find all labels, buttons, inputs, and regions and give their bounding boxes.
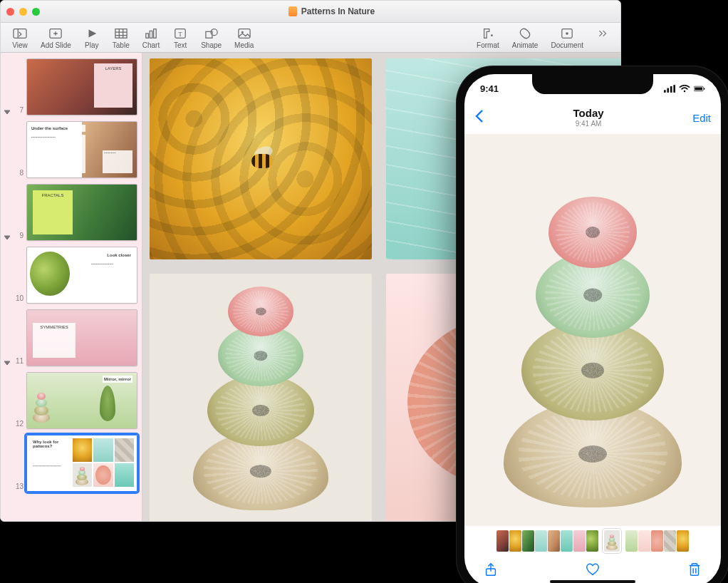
- svg-rect-0: [14, 29, 26, 38]
- canvas-image[interactable]: [150, 274, 372, 522]
- share-button[interactable]: [483, 562, 499, 580]
- svg-rect-11: [146, 33, 149, 38]
- document-label: Document: [551, 41, 583, 49]
- toolbar-overflow-button[interactable]: [596, 27, 609, 49]
- filmstrip-thumb[interactable]: [573, 530, 586, 552]
- svg-rect-36: [691, 566, 699, 576]
- svg-rect-12: [150, 31, 152, 38]
- view-button[interactable]: View: [12, 27, 28, 49]
- svg-rect-6: [115, 29, 127, 38]
- canvas-image[interactable]: [150, 58, 372, 259]
- add-slide-button[interactable]: Add Slide: [41, 27, 71, 49]
- disclosure-triangle-icon[interactable]: [4, 359, 11, 366]
- filmstrip-thumb[interactable]: [535, 530, 547, 552]
- svg-rect-29: [673, 85, 675, 93]
- slide-title: FRACTALS: [33, 190, 73, 234]
- svg-point-30: [684, 90, 685, 91]
- slide-thumbnail[interactable]: 12 Mirror, mirror: [4, 372, 137, 429]
- wifi-icon: [679, 85, 690, 93]
- filmstrip-thumb[interactable]: [548, 530, 560, 552]
- filmstrip-thumb[interactable]: [522, 530, 534, 552]
- svg-marker-23: [4, 110, 10, 114]
- table-label: Table: [113, 41, 130, 49]
- slide-number: 12: [14, 420, 24, 429]
- chart-button[interactable]: Chart: [142, 27, 160, 49]
- slide-number: 9: [14, 232, 24, 241]
- slide-number: 8: [14, 169, 24, 178]
- svg-point-20: [491, 34, 493, 36]
- filmstrip-thumb[interactable]: [496, 530, 509, 552]
- cellular-icon: [664, 85, 675, 93]
- svg-marker-25: [4, 361, 10, 365]
- svg-text:T: T: [178, 31, 182, 38]
- window-controls: [6, 8, 40, 16]
- format-button[interactable]: Format: [477, 27, 499, 49]
- document-button[interactable]: Document: [551, 27, 583, 49]
- slide-thumbnail[interactable]: 9 FRACTALS: [4, 184, 137, 241]
- status-time: 9:41: [480, 83, 499, 94]
- slide-number: 7: [14, 106, 24, 115]
- slide-number: 11: [14, 357, 24, 366]
- zoom-window-button[interactable]: [32, 8, 40, 16]
- svg-marker-24: [4, 236, 10, 239]
- animate-label: Animate: [512, 41, 539, 49]
- nav-bar: Today 9:41 AM Edit: [464, 103, 721, 133]
- chart-label: Chart: [142, 41, 160, 49]
- minimize-window-button[interactable]: [19, 8, 27, 16]
- iphone-device: 9:41 Today 9:41 AM Edit: [456, 66, 728, 583]
- play-button[interactable]: Play: [84, 27, 100, 49]
- home-indicator[interactable]: [550, 580, 635, 583]
- photo-filmstrip[interactable]: [464, 529, 721, 553]
- slide-navigator[interactable]: 7 LAYERS 8 Under the surface ▪▪▪▪▪▪▪▪▪▪▪…: [1, 53, 142, 522]
- close-window-button[interactable]: [6, 8, 14, 16]
- animate-button[interactable]: Animate: [512, 27, 539, 49]
- media-label: Media: [234, 41, 254, 49]
- svg-rect-33: [704, 88, 704, 90]
- svg-rect-26: [664, 90, 666, 93]
- view-label: View: [12, 41, 28, 49]
- bee-icon: [239, 147, 281, 180]
- slide-thumbnail[interactable]: 8 Under the surface ▪▪▪▪▪▪▪▪▪▪▪▪▪▪▪▪▪▪▪▪…: [4, 121, 137, 178]
- table-button[interactable]: Table: [113, 27, 130, 49]
- toolbar: [464, 554, 721, 583]
- svg-rect-18: [239, 29, 250, 38]
- slide-thumbnail[interactable]: 7 LAYERS: [4, 58, 137, 115]
- format-label: Format: [477, 41, 499, 49]
- iphone-screen: 9:41 Today 9:41 AM Edit: [464, 74, 721, 583]
- nav-title-text: Today: [573, 108, 604, 120]
- filmstrip-thumb-current[interactable]: [604, 530, 620, 552]
- filmstrip-thumb[interactable]: [638, 530, 650, 552]
- svg-marker-5: [88, 30, 96, 38]
- back-button[interactable]: [474, 109, 484, 126]
- filmstrip-thumb[interactable]: [561, 530, 573, 552]
- disclosure-triangle-icon[interactable]: [4, 234, 11, 241]
- filmstrip-thumb[interactable]: [677, 530, 689, 552]
- add-slide-label: Add Slide: [41, 41, 71, 49]
- delete-button[interactable]: [687, 562, 702, 580]
- edit-button[interactable]: Edit: [692, 112, 711, 124]
- document-icon: [288, 6, 297, 16]
- slide-thumbnail[interactable]: 10 Look closer ▪▪▪▪▪▪▪▪▪▪▪▪▪▪▪▪▪▪▪▪▪▪: [4, 247, 137, 304]
- filmstrip-thumb[interactable]: [509, 530, 521, 552]
- slide-number: 13: [14, 483, 24, 492]
- text-label: Text: [174, 41, 187, 49]
- slide-title: SYMMETRIES: [33, 323, 76, 358]
- toolbar: View Add Slide Play Table Chart T Text: [1, 23, 620, 53]
- svg-rect-27: [667, 88, 669, 92]
- svg-rect-13: [154, 29, 157, 38]
- filmstrip-thumb[interactable]: [664, 530, 676, 552]
- shape-button[interactable]: Shape: [201, 27, 222, 49]
- favorite-button[interactable]: [585, 562, 600, 580]
- photo-viewer[interactable]: [464, 134, 721, 526]
- disclosure-triangle-icon[interactable]: [4, 108, 11, 115]
- filmstrip-thumb[interactable]: [625, 530, 638, 552]
- slide-thumbnail[interactable]: 11 SYMMETRIES: [4, 309, 137, 366]
- media-button[interactable]: Media: [234, 27, 254, 49]
- text-button[interactable]: T Text: [172, 27, 188, 49]
- slide-title: Mirror, mirror: [103, 376, 132, 383]
- svg-point-22: [566, 32, 568, 35]
- slide-thumbnail[interactable]: 13 Why look for patterns? ▪▪▪▪▪▪▪▪▪▪▪▪▪▪…: [4, 435, 137, 492]
- filmstrip-thumb[interactable]: [586, 530, 598, 552]
- slide-title: Look closer: [105, 252, 132, 259]
- filmstrip-thumb[interactable]: [651, 530, 663, 552]
